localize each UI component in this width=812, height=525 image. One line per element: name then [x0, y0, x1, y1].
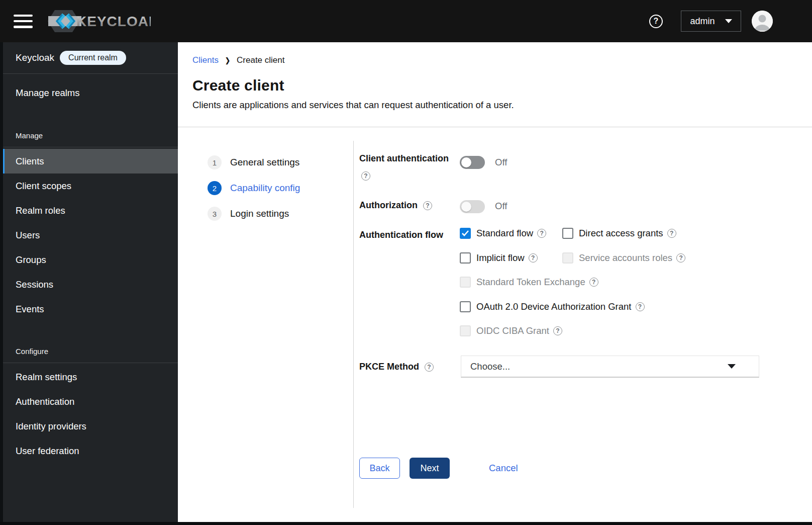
realm-name: Keycloak — [16, 52, 54, 63]
checkbox-unchecked-icon — [460, 252, 471, 264]
wizard-step-capability-config[interactable]: 2 Capability config — [208, 181, 300, 195]
authorization-state: Off — [495, 201, 507, 212]
wizard-step-general-settings[interactable]: 1 General settings — [208, 155, 300, 169]
client-authentication-toggle[interactable] — [460, 156, 485, 169]
checkbox-implicit-flow[interactable]: Implicit flow ? — [460, 252, 562, 264]
step-label: Login settings — [230, 208, 289, 219]
sidebar-item-authentication[interactable]: Authentication — [0, 389, 178, 414]
divider — [0, 147, 178, 147]
auth-flow-row-2: Implicit flow ? Service accounts roles ? — [460, 252, 685, 264]
sidebar-item-realm-roles[interactable]: Realm roles — [0, 198, 178, 223]
hamburger-menu-icon[interactable] — [14, 15, 33, 28]
sidebar-group-configure: Configure — [0, 347, 178, 356]
screen-bottom-strip — [0, 522, 812, 525]
help-icon[interactable]: ? — [649, 15, 663, 28]
checkbox-oauth-device-grant[interactable]: OAuth 2.0 Device Authorization Grant ? — [460, 301, 645, 312]
current-realm-badge: Current realm — [60, 51, 126, 65]
cancel-button[interactable]: Cancel — [489, 463, 518, 474]
sidebar-group-manage: Manage — [0, 131, 178, 140]
keycloak-logo-icon: KEYCLOAK — [47, 9, 151, 33]
auth-flow-row-1: Standard flow ? Direct access grants ? — [460, 228, 676, 239]
svg-text:KEYCLOAK: KEYCLOAK — [76, 14, 151, 29]
checkbox-disabled-icon — [562, 252, 573, 264]
checkbox-oidc-ciba-grant: OIDC CIBA Grant ? — [460, 325, 562, 336]
client-authentication-help-icon[interactable]: ? — [361, 171, 370, 181]
pkce-method-label: PKCE Method ? — [359, 362, 434, 372]
pkce-method-select[interactable]: Choose... — [461, 356, 759, 378]
sidebar-item-events[interactable]: Events — [0, 297, 178, 321]
sidebar-item-clients[interactable]: Clients — [0, 149, 178, 173]
auth-flow-row-5: OIDC CIBA Grant ? — [460, 325, 562, 336]
auth-flow-row-3: Standard Token Exchange ? — [460, 277, 598, 288]
service-accounts-roles-help-icon[interactable]: ? — [676, 253, 685, 262]
checkbox-unchecked-icon — [562, 228, 573, 239]
screen-edge-strip — [0, 42, 3, 525]
client-authentication-state: Off — [495, 157, 507, 168]
step-number: 1 — [208, 155, 222, 169]
sidebar-item-user-federation[interactable]: User federation — [0, 439, 178, 463]
chevron-down-icon — [728, 364, 736, 369]
checkbox-direct-access-grants[interactable]: Direct access grants ? — [562, 228, 676, 239]
authorization-label: Authorization ? — [359, 200, 432, 211]
checkbox-disabled-icon — [460, 325, 471, 336]
wizard-nav: 1 General settings 2 Capability config 3… — [208, 155, 300, 221]
chevron-down-icon — [725, 19, 732, 23]
authorization-toggle[interactable] — [460, 200, 485, 213]
chevron-right-icon: ❯ — [225, 56, 230, 64]
sidebar-item-identity-providers[interactable]: Identity providers — [0, 414, 178, 439]
checkbox-service-accounts-roles: Service accounts roles ? — [562, 252, 685, 264]
sidebar-item-realm-settings[interactable]: Realm settings — [0, 365, 178, 389]
user-avatar-icon — [752, 11, 773, 32]
avatar[interactable] — [752, 11, 773, 32]
step-number: 2 — [208, 181, 222, 195]
next-button[interactable]: Next — [410, 458, 450, 479]
step-label: General settings — [230, 157, 299, 168]
wizard-footer: Back Next Cancel — [359, 458, 518, 479]
wizard-content: 1 General settings 2 Capability config 3… — [178, 127, 812, 525]
sidebar-item-sessions[interactable]: Sessions — [0, 272, 178, 297]
sidebar-item-manage-realms[interactable]: Manage realms — [0, 80, 178, 105]
realm-selector[interactable]: Keycloak Current realm — [0, 42, 178, 74]
pkce-method-help-icon[interactable]: ? — [425, 363, 434, 372]
capability-config-form: Client authentication ? Off Authorizatio… — [353, 127, 812, 525]
standard-token-exchange-help-icon[interactable]: ? — [589, 278, 598, 287]
implicit-flow-help-icon[interactable]: ? — [529, 253, 538, 262]
toggle-knob — [461, 157, 471, 167]
user-menu-label: admin — [690, 16, 715, 27]
step-number: 3 — [208, 207, 222, 221]
checkbox-standard-flow[interactable]: Standard flow ? — [460, 228, 562, 239]
standard-flow-help-icon[interactable]: ? — [537, 229, 546, 238]
checkbox-checked-icon — [460, 228, 471, 239]
authorization-help-icon[interactable]: ? — [423, 201, 432, 210]
page-header: Clients ❯ Create client Create client Cl… — [178, 42, 812, 127]
auth-flow-row-4: OAuth 2.0 Device Authorization Grant ? — [460, 301, 645, 312]
checkbox-unchecked-icon — [460, 301, 471, 312]
breadcrumb: Clients ❯ Create client — [192, 55, 812, 65]
oauth-device-grant-help-icon[interactable]: ? — [636, 302, 645, 311]
pkce-method-value: Choose... — [470, 361, 510, 372]
checkbox-standard-token-exchange: Standard Token Exchange ? — [460, 277, 598, 288]
sidebar: Keycloak Current realm Manage realms Man… — [0, 42, 178, 525]
wizard-step-login-settings[interactable]: 3 Login settings — [208, 207, 300, 221]
sidebar-item-client-scopes[interactable]: Client scopes — [0, 173, 178, 198]
page-description: Clients are applications and services th… — [192, 100, 812, 111]
client-authentication-label: Client authentication — [359, 153, 449, 164]
step-label: Capability config — [230, 183, 300, 194]
checkbox-disabled-icon — [460, 277, 471, 288]
back-button[interactable]: Back — [359, 458, 400, 479]
keycloak-logo: KEYCLOAK — [47, 9, 151, 33]
user-menu-dropdown[interactable]: admin — [681, 11, 741, 32]
oidc-ciba-grant-help-icon[interactable]: ? — [553, 326, 562, 335]
breadcrumb-clients-link[interactable]: Clients — [192, 55, 219, 65]
masthead: KEYCLOAK ? admin — [0, 0, 812, 42]
breadcrumb-current: Create client — [237, 55, 284, 65]
toggle-knob — [461, 202, 471, 212]
authentication-flow-label: Authentication flow — [359, 230, 443, 240]
direct-access-grants-help-icon[interactable]: ? — [667, 229, 676, 238]
sidebar-item-groups[interactable]: Groups — [0, 247, 178, 272]
page-title: Create client — [192, 77, 812, 94]
sidebar-item-users[interactable]: Users — [0, 223, 178, 247]
divider — [0, 363, 178, 363]
